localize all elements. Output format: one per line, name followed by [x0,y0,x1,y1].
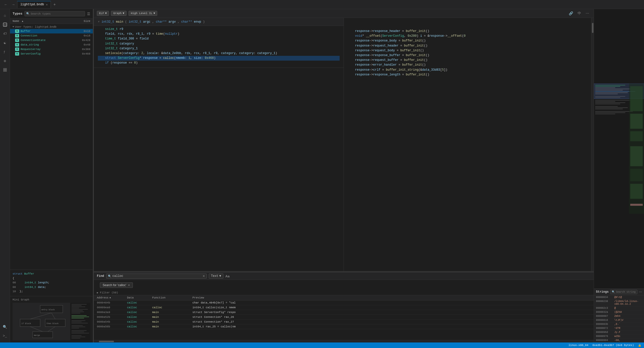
type-struct-icon: S [15,29,19,33]
svg-text:{}: {} [4,24,7,26]
search-for-button[interactable]: Search for 'calloc' ✕ [100,282,133,288]
result-row[interactable]: 0000a3a9 calloc main struct ServerConfig… [94,310,594,315]
filter-row[interactable]: ▶ Filter (50) [94,290,594,295]
types-icon[interactable]: {} [1,21,9,29]
result-row[interactable]: 0000484b calloc char data_484b[0x7] = "c… [94,300,594,305]
col-header-data: Data [127,296,152,299]
types-menu-button[interactable]: ☰ [87,12,90,16]
terminal-icon[interactable]: >_ [1,332,9,340]
scrollbar-thumb[interactable] [592,23,593,33]
type-item-connection[interactable]: S Connection 0x18 [10,33,93,38]
find-type-label: Text [211,274,218,278]
search-icon[interactable]: 🔍 [1,323,9,331]
svg-rect-27 [71,313,80,313]
type-item-requestarray[interactable]: S RequestArray 0x388 [10,47,93,52]
svg-rect-23 [71,308,79,308]
status-lock-icon: 🔒 [638,344,641,347]
svg-text:if block: if block [21,322,31,325]
find-clear-button[interactable]: ✕ [203,274,205,278]
string-item[interactable]: 00000976 w2$s [594,334,644,338]
new-tab-button[interactable]: + [51,2,58,7]
tab-close-icon[interactable]: ✕ [46,3,48,6]
find-input[interactable] [112,274,202,278]
string-item[interactable]: 00000072 ~d?R [594,326,644,330]
graph-dropdown-button[interactable]: Graph ▼ [111,11,127,16]
svg-rect-36 [71,328,79,328]
results-hscroll[interactable] [94,340,594,342]
elf-dropdown-button[interactable]: ELF ▼ [97,11,109,16]
find-input-wrap: 🔍 ✕ [106,274,207,279]
type-name-serverconfig: ServerConfig [21,52,82,55]
forward-button[interactable]: → [10,2,17,8]
search-types-box[interactable]: 🔍 [24,11,85,16]
svg-rect-28 [71,315,87,316]
code-line: ssize_t r9 [98,27,340,32]
svg-rect-3 [4,68,5,70]
strings-search-box[interactable]: 🔍 [610,290,637,294]
code-line: response->request_buffer = buffer_init() [348,58,587,63]
svg-rect-46 [595,88,615,88]
home-icon[interactable]: ⌂ [1,12,9,20]
string-item[interactable]: 000002c3 @ [594,306,644,310]
search-for-close-icon[interactable]: ✕ [128,284,130,287]
result-row[interactable]: 0000a52b calloc main struct Connection* … [94,315,594,320]
hlil-dropdown-icon: ▼ [153,12,155,15]
type-name-connection: Connection [21,34,84,37]
string-item[interactable]: 0000032a (@Z%0 [594,310,644,314]
case-sensitive-button[interactable]: Aa [225,274,230,278]
svg-rect-55 [595,101,615,102]
result-row[interactable]: 00009ea0 calloc calloc int64_t calloc(si… [94,305,594,310]
type-item-data-string[interactable]: S data_string 0x48 [10,42,93,47]
col-size-header: Size [75,20,90,23]
main-toolbar: ELF ▼ Graph ▼ High Level IL ▼ 🔗 中 ⋯ [94,9,594,18]
code-line: field, rcx, rdx, r8_1, r9 = time(nullptr… [98,32,340,36]
tree-section-user-types[interactable]: ▼ User Types: lighttpd.bndb [10,25,93,29]
tags-icon[interactable]: 🏷 [1,30,9,38]
string-item[interactable]: 00000007 Zmh4 [594,314,644,318]
search-types-input[interactable] [31,12,83,15]
result-row[interactable]: 0000a56b calloc main int64_t rax_25 = ca… [94,324,594,329]
string-item[interactable]: 00000816 \tJF)V [594,318,644,322]
code-split-pane: ⚡ int32_t main ( int32_t argc , char** a… [94,18,594,271]
bookmarks-icon[interactable]: ☯ [1,39,9,47]
string-item[interactable]: 00000034 @8\t@ [594,295,644,299]
find-type-select[interactable]: Text ▼ [209,274,223,279]
string-item[interactable]: 00000994 -D8, [594,338,644,342]
svg-rect-39 [71,333,89,333]
svg-rect-71 [630,204,643,206]
settings-icon[interactable]: ⚙ [1,57,9,65]
link-icon[interactable]: 🔗 [567,11,575,16]
overflow-menu-icon[interactable]: ⋯ [584,11,591,16]
plugins-icon[interactable] [1,66,9,74]
type-item-serverconfig[interactable]: S ServerConfig 0x468 [10,52,93,56]
strings-search-icon: 🔍 [612,290,615,293]
type-size-buffer: 0x10 [84,30,90,33]
type-item-buffer[interactable]: S Buffer 0x10 [10,29,93,33]
code-scrollbar[interactable] [591,18,594,271]
string-item[interactable]: 0000096d Jy.F [594,330,644,334]
code-line: if (response == 0) [98,61,340,65]
strings-menu-button[interactable]: ⋯ [639,290,642,294]
back-button[interactable]: ← [2,2,10,8]
split-icon[interactable]: 中 [576,11,583,16]
functions-icon[interactable]: ƒ [1,48,9,56]
strings-search-input[interactable] [616,291,636,293]
svg-rect-35 [71,327,85,327]
tab-label: lighttpd.bndb [20,3,44,6]
string-item[interactable]: 0000083b ,E-` [594,322,644,326]
code-line: response->crlf = buffer_init_string(&dat… [348,68,587,72]
string-item[interactable]: 00000238 /lib64/ld-linux-x86-64.so.2 [594,299,644,306]
left-code-block: ssize_t r9 field, rcx, rdx, r8_1, r9 = t… [94,26,344,67]
hscroll-thumb[interactable] [99,341,114,342]
hlil-dropdown-button[interactable]: High Level IL ▼ [129,11,157,16]
code-line: response->response_length = buffer_init(… [348,72,587,77]
svg-rect-42 [71,338,80,338]
type-item-connectionstate[interactable]: S ConnectionState 0x428 [10,38,93,42]
strings-list: 00000034 @8\t@ 00000238 /lib64/ld-linux-… [594,295,644,342]
tab-lighttpd[interactable]: lighttpd.bndb ✕ [17,1,51,8]
svg-text:ƒ: ƒ [4,50,5,54]
code-line: int32_t category_1 [98,46,340,51]
search-for-wrap: Search for 'calloc' ✕ [94,280,594,290]
svg-rect-69 [630,169,643,181]
result-row[interactable]: 0000a54b calloc main struct Connection* … [94,320,594,324]
